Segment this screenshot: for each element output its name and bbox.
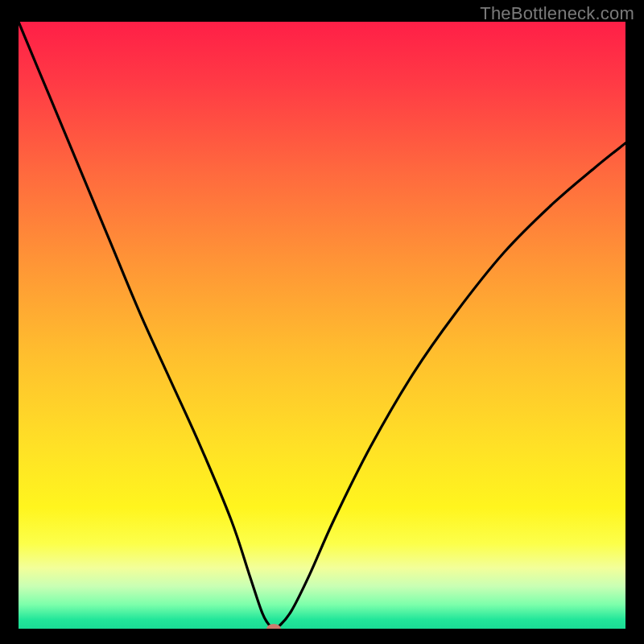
plot-area xyxy=(19,22,625,629)
chart-frame: TheBottleneck.com xyxy=(0,0,644,644)
optimal-point-marker xyxy=(266,624,281,629)
bottleneck-curve xyxy=(19,22,625,629)
watermark-text: TheBottleneck.com xyxy=(480,3,634,24)
